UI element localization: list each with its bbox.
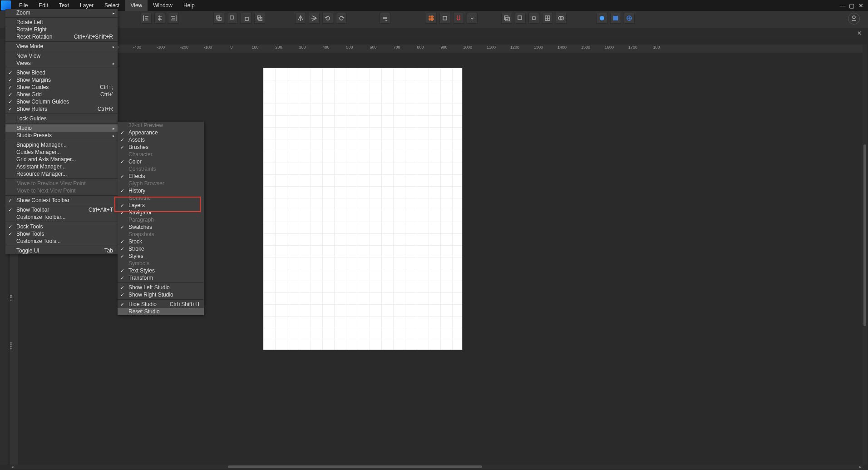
menu-item-show-margins[interactable]: ✓Show Margins <box>5 76 118 84</box>
menu-item-studio-presets[interactable]: Studio Presets▸ <box>5 132 118 139</box>
menu-item-brushes[interactable]: ✓Brushes <box>118 143 204 151</box>
menu-item-resource-manager[interactable]: Resource Manager... <box>5 170 118 178</box>
menu-window[interactable]: Window <box>148 0 178 11</box>
menu-item-label: Isometric <box>128 195 151 201</box>
close-panel-icon[interactable]: ✕ <box>857 30 862 36</box>
menu-item-show-rulers[interactable]: ✓Show RulersCtrl+R <box>5 105 118 113</box>
menu-item-assets[interactable]: ✓Assets <box>118 136 204 143</box>
magnet-snap-icon[interactable] <box>453 13 464 24</box>
dropdown-icon[interactable] <box>380 13 390 24</box>
menu-item-label: Views <box>16 60 31 66</box>
menu-item-view-mode[interactable]: View Mode▸ <box>5 43 118 50</box>
menu-item-label: Studio Presets <box>16 132 52 139</box>
menu-item-label: Show Margins <box>16 77 51 83</box>
persona-pixel-icon[interactable] <box>610 13 621 24</box>
scrollbar-vertical[interactable] <box>863 45 867 465</box>
menu-item-constraints: Constraints <box>118 165 204 173</box>
menu-item-snapping-manager[interactable]: Snapping Manager... <box>5 141 118 148</box>
menu-item-reset-rotation[interactable]: Reset RotationCtrl+Alt+Shift+R <box>5 33 118 40</box>
menu-item-zoom[interactable]: Zoom▸ <box>5 9 118 16</box>
op-add-icon[interactable] <box>501 13 512 24</box>
menu-item-appearance[interactable]: ✓Appearance <box>118 129 204 136</box>
menu-item-styles[interactable]: ✓Styles <box>118 252 204 260</box>
op-subtract-icon[interactable] <box>515 13 526 24</box>
scroll-right-icon[interactable]: ▸ <box>858 465 863 469</box>
menu-item-studio[interactable]: Studio▸ <box>5 124 118 132</box>
flip-h-icon[interactable] <box>295 13 306 24</box>
menu-shortcut: Tab <box>104 247 113 254</box>
menu-item-customize-tools[interactable]: Customize Tools... <box>5 237 118 245</box>
maximize-icon[interactable]: ▢ <box>847 2 856 9</box>
menu-item-customize-toolbar[interactable]: Customize Toolbar... <box>5 213 118 221</box>
persona-designer-icon[interactable] <box>597 13 607 24</box>
menu-item-rotate-right[interactable]: Rotate Right <box>5 26 118 33</box>
minimize-icon[interactable]: — <box>838 2 847 9</box>
menu-item-toggle-ui[interactable]: Toggle UITab <box>5 247 118 254</box>
menu-item-show-guides[interactable]: ✓Show GuidesCtrl+; <box>5 84 118 91</box>
check-icon: ✓ <box>120 223 124 231</box>
menu-item-label: Show Toolbar <box>16 207 49 213</box>
menu-item-hide-studio[interactable]: ✓Hide StudioCtrl+Shift+H <box>118 301 204 308</box>
scroll-left-icon[interactable]: ◂ <box>10 465 15 469</box>
op-divide-icon[interactable] <box>542 13 553 24</box>
rotate-cw-icon[interactable] <box>336 13 347 24</box>
arrange-forward-icon[interactable] <box>241 13 252 24</box>
align-left-icon[interactable] <box>141 13 152 24</box>
menu-item-reset-studio[interactable]: Reset Studio <box>118 308 204 315</box>
grid-snap-icon[interactable] <box>426 13 437 24</box>
scrollbar-thumb[interactable] <box>863 144 866 326</box>
submenu-arrow-icon: ▸ <box>113 132 115 139</box>
menu-item-guides-manager[interactable]: Guides Manager... <box>5 148 118 156</box>
menu-item-show-toolbar[interactable]: ✓Show ToolbarCtrl+Alt+T <box>5 206 118 213</box>
menu-item-stroke[interactable]: ✓Stroke <box>118 245 204 252</box>
menu-item-assistant-manager[interactable]: Assistant Manager... <box>5 163 118 170</box>
menu-item-transform[interactable]: ✓Transform <box>118 274 204 282</box>
pixel-snap-icon[interactable] <box>439 13 450 24</box>
arrange-front-icon[interactable] <box>254 13 265 24</box>
align-right-icon[interactable] <box>168 13 179 24</box>
op-intersect-icon[interactable] <box>528 13 539 24</box>
arrange-backward-icon[interactable] <box>227 13 238 24</box>
arrange-back-icon[interactable] <box>213 13 224 24</box>
svg-rect-9 <box>518 16 522 20</box>
op-combine-icon[interactable] <box>556 13 567 24</box>
menu-item-label: Navigator <box>128 209 152 216</box>
menu-item-new-view[interactable]: New View <box>5 52 118 59</box>
menu-item-label: Show Grid <box>16 91 42 98</box>
menu-item-show-left-studio[interactable]: ✓Show Left Studio <box>118 284 204 291</box>
menu-separator <box>5 195 118 196</box>
menu-view[interactable]: View <box>125 0 148 11</box>
menu-item-grid-and-axis-manager[interactable]: Grid and Axis Manager... <box>5 156 118 163</box>
menu-item-stock[interactable]: ✓Stock <box>118 238 204 245</box>
flip-v-icon[interactable] <box>309 13 320 24</box>
snap-options-icon[interactable] <box>467 13 478 24</box>
persona-export-icon[interactable] <box>624 13 635 24</box>
menu-item-text-styles[interactable]: ✓Text Styles <box>118 267 204 274</box>
menu-item-color[interactable]: ✓Color <box>118 158 204 165</box>
menu-item-swatches[interactable]: ✓Swatches <box>118 223 204 231</box>
menu-item-effects[interactable]: ✓Effects <box>118 173 204 180</box>
menu-separator <box>118 299 204 300</box>
menu-item-show-right-studio[interactable]: ✓Show Right Studio <box>118 291 204 298</box>
menu-item-views[interactable]: Views▸ <box>5 59 118 67</box>
menu-item-show-tools[interactable]: ✓Show Tools <box>5 230 118 237</box>
menu-item-rotate-left[interactable]: Rotate Left <box>5 19 118 26</box>
close-icon[interactable]: ✕ <box>856 2 865 9</box>
rotate-ccw-icon[interactable] <box>322 13 333 24</box>
document-page[interactable] <box>263 68 462 350</box>
menu-item-dock-tools[interactable]: ✓Dock Tools <box>5 223 118 230</box>
menu-item-history[interactable]: ✓History <box>118 187 204 194</box>
menu-item-navigator[interactable]: ✓Navigator <box>118 209 204 216</box>
menu-help[interactable]: Help <box>178 0 200 11</box>
scrollbar-horizontal[interactable]: ◂ ▸ <box>10 465 863 469</box>
menu-item-show-column-guides[interactable]: ✓Show Column Guides <box>5 98 118 105</box>
account-icon[interactable] <box>848 13 860 25</box>
menu-item-lock-guides[interactable]: Lock Guides <box>5 115 118 122</box>
scrollbar-thumb[interactable] <box>228 465 482 468</box>
menu-item-layers[interactable]: ✓Layers <box>118 202 204 209</box>
ruler-tick: 500 <box>346 45 353 49</box>
menu-item-show-context-toolbar[interactable]: ✓Show Context Toolbar <box>5 197 118 204</box>
menu-item-show-grid[interactable]: ✓Show GridCtrl+' <box>5 91 118 98</box>
menu-item-show-bleed[interactable]: ✓Show Bleed <box>5 69 118 76</box>
align-center-icon[interactable] <box>154 13 165 24</box>
